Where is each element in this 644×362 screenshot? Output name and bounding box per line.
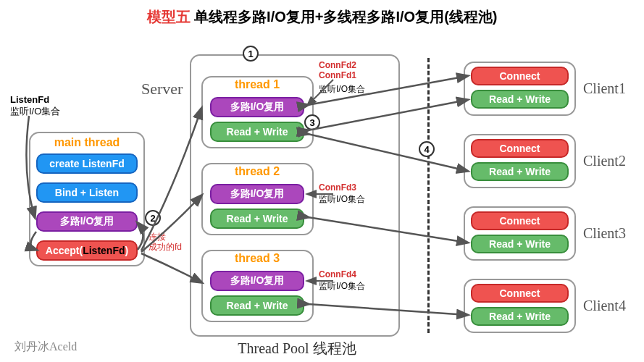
thread-3-rw: Read + Write <box>210 295 304 316</box>
client-3-connect: Connect <box>471 211 569 230</box>
client-4-connect: Connect <box>471 284 569 303</box>
main-thread-title: main thread <box>47 136 127 149</box>
client-2-connect: Connect <box>471 139 569 158</box>
thread-1-conn: ConnFd2 ConnFd1 <box>319 60 356 81</box>
thread-3-listen: 监听I/O集合 <box>319 281 365 291</box>
thread-2-io: 多路I/O复用 <box>210 184 304 204</box>
diagram-title: 模型五 单线程多路I/O复用+多线程多路I/O复用(线程池) <box>0 7 644 27</box>
bind-listen: Bind + Listen <box>36 182 138 203</box>
thread-1-title: thread 1 <box>217 78 297 91</box>
step-1: 1 <box>243 46 259 62</box>
thread-2-rw: Read + Write <box>210 209 304 229</box>
step-3: 3 <box>304 114 320 130</box>
thread-2-title: thread 2 <box>217 165 297 178</box>
accept-listenfd: Accept(ListenFd) <box>36 240 138 261</box>
client-3-label: Client3 <box>583 224 626 242</box>
step-2: 2 <box>145 210 161 226</box>
client-3-rw: Read + Write <box>471 235 569 253</box>
client-4-rw: Read + Write <box>471 307 569 326</box>
thread-3-io: 多路I/O复用 <box>210 271 304 291</box>
listenfd-desc: 监听I/O集合 <box>10 106 60 117</box>
listenfd-label: ListenFd <box>10 94 49 105</box>
threadpool-title: Thread Pool 线程池 <box>203 339 391 358</box>
client-1-rw: Read + Write <box>471 90 569 109</box>
server-label: Server <box>141 80 183 98</box>
thread-3-conn: ConnFd4 <box>319 269 356 279</box>
thread-1-listen: 监听I/O集合 <box>319 84 365 94</box>
thread-2-listen: 监听I/O集合 <box>319 194 365 204</box>
listen-note: ListenFd 监听I/O集合 <box>10 94 60 117</box>
conn-success-note: 连接 成功的fd <box>149 232 188 253</box>
signature: 刘丹冰Aceld <box>14 340 77 355</box>
create-listenfd: create ListenFd <box>36 153 138 174</box>
client-2-label: Client2 <box>583 152 626 169</box>
thread-2-conn: ConnFd3 <box>319 182 356 193</box>
thread-1-rw: Read + Write <box>210 122 304 142</box>
network-divider <box>427 58 430 333</box>
title-red: 模型五 <box>147 9 191 25</box>
thread-1-io: 多路I/O复用 <box>210 97 304 117</box>
thread-3-title: thread 3 <box>217 252 297 265</box>
step-4: 4 <box>419 141 435 157</box>
main-io-multiplex: 多路I/O复用 <box>36 211 138 232</box>
client-1-label: Client1 <box>583 80 626 97</box>
client-1-connect: Connect <box>471 67 569 85</box>
client-4-label: Client4 <box>583 297 626 314</box>
title-black: 单线程多路I/O复用+多线程多路I/O复用(线程池) <box>194 9 497 25</box>
client-2-rw: Read + Write <box>471 162 569 181</box>
